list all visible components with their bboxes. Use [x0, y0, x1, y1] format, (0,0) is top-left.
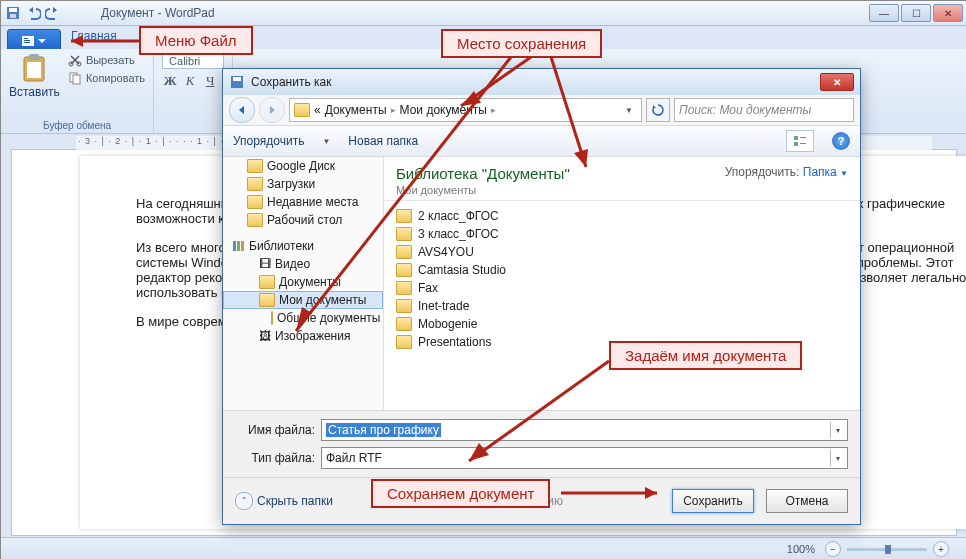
- svg-rect-2: [10, 14, 16, 18]
- tree-documents[interactable]: Документы: [279, 275, 341, 289]
- filetype-combo[interactable]: Файл RTF▾: [321, 447, 848, 469]
- folder-icon: [396, 209, 412, 223]
- crumb-mydocs[interactable]: Мои документы: [400, 103, 487, 117]
- cancel-button[interactable]: Отмена: [766, 489, 848, 513]
- folder-icon: [247, 177, 263, 191]
- filename-label: Имя файла:: [235, 423, 315, 437]
- paste-button[interactable]: Вставить: [9, 53, 60, 129]
- tree-pictures[interactable]: Изображения: [275, 329, 350, 343]
- italic-button[interactable]: К: [182, 73, 198, 89]
- list-item[interactable]: 2 класс_ФГОС: [396, 207, 848, 225]
- list-item[interactable]: 3 класс_ФГОС: [396, 225, 848, 243]
- sort-label: Упорядочить:: [725, 165, 800, 179]
- filetype-label: Тип файла:: [235, 451, 315, 465]
- zoom-slider[interactable]: [847, 548, 927, 551]
- svg-rect-1: [9, 8, 17, 12]
- sort-value[interactable]: Папка: [803, 165, 837, 179]
- dialog-toolbar: Упорядочить▼ Новая папка ?: [223, 126, 860, 157]
- hide-folders-button[interactable]: ˄Скрыть папки: [235, 492, 333, 510]
- breadcrumb[interactable]: « Документы ▸ Мои документы ▸ ▼: [289, 98, 642, 122]
- folder-list[interactable]: 2 класс_ФГОС 3 класс_ФГОС AVS4YOU Camtas…: [384, 201, 860, 410]
- svg-rect-16: [794, 136, 798, 140]
- folder-icon: [247, 195, 263, 209]
- folder-icon: [247, 159, 263, 173]
- dialog-close-button[interactable]: ✕: [820, 73, 854, 91]
- tree-libraries[interactable]: Библиотеки: [249, 239, 314, 253]
- video-icon: 🎞: [259, 257, 271, 271]
- list-item[interactable]: Fax: [396, 279, 848, 297]
- list-item[interactable]: Inet-trade: [396, 297, 848, 315]
- cut-button[interactable]: Вырезать: [68, 53, 145, 67]
- pictures-icon: 🖼: [259, 329, 271, 343]
- nav-row: « Документы ▸ Мои документы ▸ ▼ Поиск: М…: [223, 95, 860, 126]
- folder-icon: [271, 311, 273, 325]
- redo-icon[interactable]: [45, 5, 61, 21]
- svg-rect-8: [29, 54, 39, 60]
- tree-gdrive[interactable]: Google Диск: [267, 159, 335, 173]
- back-button[interactable]: [229, 97, 255, 123]
- underline-button[interactable]: Ч: [202, 73, 218, 89]
- tree-recent[interactable]: Недавние места: [267, 195, 358, 209]
- tree-desktop[interactable]: Рабочий стол: [267, 213, 342, 227]
- folder-icon: [247, 213, 263, 227]
- tab-home[interactable]: Главная: [71, 29, 117, 43]
- zoom-out-button[interactable]: −: [825, 541, 841, 557]
- nav-tree[interactable]: Google Диск Загрузки Недавние места Рабо…: [223, 157, 384, 410]
- bold-button[interactable]: Ж: [162, 73, 178, 89]
- list-item[interactable]: Mobogenie: [396, 315, 848, 333]
- svg-rect-20: [233, 241, 236, 251]
- list-item[interactable]: Camtasia Studio: [396, 261, 848, 279]
- clipboard-group-label: Буфер обмена: [1, 120, 153, 131]
- tree-publicdocs[interactable]: Общие документы: [277, 311, 380, 325]
- library-title: Библиотека "Документы": [396, 165, 570, 182]
- dialog-titlebar: Сохранить как ✕: [223, 69, 860, 95]
- folder-icon: [396, 281, 412, 295]
- chevron-down-icon[interactable]: ▼: [621, 106, 637, 115]
- search-input[interactable]: Поиск: Мои документы: [674, 98, 854, 122]
- close-button[interactable]: ✕: [933, 4, 963, 22]
- tree-downloads[interactable]: Загрузки: [267, 177, 315, 191]
- minimize-button[interactable]: —: [869, 4, 899, 22]
- tree-video[interactable]: Видео: [275, 257, 310, 271]
- folder-icon: [396, 245, 412, 259]
- svg-rect-13: [73, 75, 80, 84]
- list-item[interactable]: AVS4YOU: [396, 243, 848, 261]
- folder-icon: [259, 275, 275, 289]
- font-name-combo[interactable]: Calibri: [162, 53, 224, 69]
- tree-mydocs[interactable]: Мои документы: [279, 293, 366, 307]
- dialog-title: Сохранить как: [251, 75, 331, 89]
- svg-rect-15: [233, 77, 241, 81]
- chevron-down-icon[interactable]: ▾: [830, 422, 845, 438]
- zoom-in-button[interactable]: +: [933, 541, 949, 557]
- callout-save-location: Место сохранения: [441, 29, 602, 58]
- folder-icon: [259, 293, 275, 307]
- undo-icon[interactable]: [25, 5, 41, 21]
- svg-rect-9: [27, 62, 41, 78]
- refresh-button[interactable]: [646, 98, 670, 122]
- copy-button[interactable]: Копировать: [68, 71, 145, 85]
- svg-rect-17: [794, 142, 798, 146]
- filename-input[interactable]: Статья про графику▾: [321, 419, 848, 441]
- library-icon: [231, 239, 245, 253]
- view-button[interactable]: [786, 130, 814, 152]
- new-folder-button[interactable]: Новая папка: [348, 134, 418, 148]
- save-icon[interactable]: [5, 5, 21, 21]
- callout-file-menu: Меню Файл: [139, 26, 253, 55]
- crumb-documents[interactable]: Документы: [325, 103, 387, 117]
- organize-button[interactable]: Упорядочить: [233, 134, 304, 148]
- svg-rect-6: [24, 42, 30, 43]
- save-icon: [229, 74, 245, 90]
- svg-rect-22: [241, 241, 244, 251]
- chevron-down-icon[interactable]: ▾: [830, 450, 845, 466]
- svg-rect-5: [24, 40, 30, 41]
- callout-set-name: Задаём имя документа: [609, 341, 802, 370]
- zoom-label: 100%: [787, 543, 815, 555]
- forward-button[interactable]: [259, 97, 285, 123]
- titlebar: Документ - WordPad — ☐ ✕: [1, 1, 966, 26]
- folder-icon: [396, 227, 412, 241]
- maximize-button[interactable]: ☐: [901, 4, 931, 22]
- svg-rect-19: [800, 143, 806, 144]
- save-button[interactable]: Сохранить: [672, 489, 754, 513]
- help-icon[interactable]: ?: [832, 132, 850, 150]
- folder-icon: [396, 263, 412, 277]
